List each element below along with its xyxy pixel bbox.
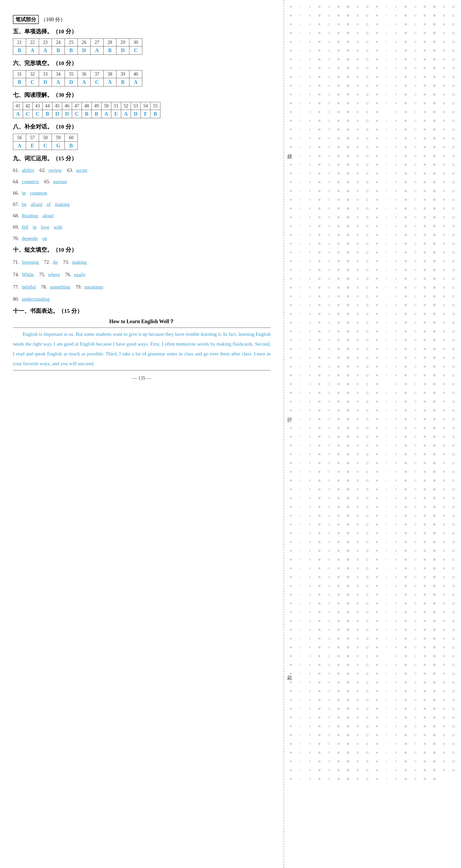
pattern-cell: ✼ bbox=[430, 740, 438, 748]
pattern-cell: ✺ bbox=[335, 494, 343, 502]
pattern-cell: ❋ bbox=[440, 687, 448, 695]
pattern-cell: ❊ bbox=[411, 512, 420, 520]
pattern-cell: ✺ bbox=[335, 257, 343, 265]
essay-line-bottom bbox=[13, 370, 271, 370]
pattern-cell: ✧ bbox=[382, 64, 391, 72]
pattern-cell: ✦ bbox=[287, 424, 295, 432]
pattern-cell: ❋ bbox=[353, 424, 362, 432]
pattern-cell: ❋ bbox=[353, 748, 362, 757]
table-ans-cell: B bbox=[104, 46, 116, 55]
pattern-cell: ❊ bbox=[325, 757, 333, 766]
pattern-cell: ❊ bbox=[325, 125, 333, 134]
pattern-cell: ✿ bbox=[363, 582, 371, 590]
pattern-cell: ❊ bbox=[325, 3, 333, 11]
pattern-cell: ✧ bbox=[296, 38, 305, 46]
pattern-cell: ✺ bbox=[335, 38, 343, 46]
pattern-cell: ✧ bbox=[296, 459, 305, 467]
pattern-cell: ✶ bbox=[392, 740, 400, 748]
pattern-cell: ✼ bbox=[430, 283, 438, 292]
pattern-cell: ✧ bbox=[296, 292, 305, 301]
pattern-cell: ❋ bbox=[353, 398, 362, 406]
pattern-cell: ✺ bbox=[335, 398, 343, 406]
pattern-cell: ✦ bbox=[373, 608, 381, 616]
pattern-cell: ✿ bbox=[363, 248, 371, 256]
main-content: 笔试部分 （100 分） 五、单项选择。（10 分） 2122232425262… bbox=[0, 0, 284, 868]
pattern-cell: ✦ bbox=[373, 687, 381, 695]
pattern-cell: ✵ bbox=[402, 108, 410, 116]
pattern-cell: ✶ bbox=[306, 634, 314, 643]
pattern-cell: ✶ bbox=[392, 476, 400, 485]
pattern-cell: ❋ bbox=[440, 696, 448, 704]
pattern-cell: ✿ bbox=[450, 99, 458, 107]
pattern-cell: ✺ bbox=[421, 380, 429, 388]
pattern-cell: ❊ bbox=[325, 178, 333, 186]
pattern-cell: ✼ bbox=[430, 380, 438, 388]
pattern-cell: ✿ bbox=[450, 617, 458, 625]
pattern-cell: ✼ bbox=[344, 82, 352, 90]
pattern-cell: ✦ bbox=[287, 55, 295, 63]
pattern-cell: ✧ bbox=[382, 406, 391, 414]
table-ans-cell: B bbox=[42, 110, 52, 118]
pattern-cell: ✧ bbox=[382, 398, 391, 406]
table-ans-cell: A bbox=[129, 78, 142, 87]
pattern-cell: ✺ bbox=[421, 661, 429, 669]
pattern-cell: ✦ bbox=[287, 187, 295, 195]
pattern-cell: ✵ bbox=[315, 389, 324, 397]
pattern-cell: ✦ bbox=[373, 248, 381, 256]
pattern-cell: ❋ bbox=[440, 678, 448, 687]
pattern-cell: ✧ bbox=[296, 266, 305, 274]
pattern-cell: ❊ bbox=[411, 257, 420, 265]
pattern-cell: ✺ bbox=[421, 441, 429, 450]
pattern-cell: ❋ bbox=[353, 643, 362, 651]
pattern-cell: ✼ bbox=[344, 538, 352, 546]
pattern-cell: ✧ bbox=[382, 476, 391, 485]
pattern-cell: ✵ bbox=[315, 292, 324, 301]
pattern-cell: ✦ bbox=[287, 362, 295, 371]
pattern-cell: ✼ bbox=[344, 108, 352, 116]
pattern-cell: ✼ bbox=[430, 310, 438, 318]
pattern-cell: ✼ bbox=[344, 362, 352, 371]
table-num-cell: 50 bbox=[102, 102, 111, 110]
pattern-cell: ❊ bbox=[411, 152, 420, 160]
pattern-cell: ✶ bbox=[306, 134, 314, 143]
pattern-cell: ✼ bbox=[430, 292, 438, 301]
pattern-cell: ❋ bbox=[353, 450, 362, 458]
pattern-cell: ✵ bbox=[402, 608, 410, 616]
pattern-cell: ✶ bbox=[392, 336, 400, 344]
pattern-cell: ✼ bbox=[430, 29, 438, 37]
pattern-cell: ✦ bbox=[287, 740, 295, 748]
pattern-cell: ✼ bbox=[344, 582, 352, 590]
pattern-cell: ❊ bbox=[325, 591, 333, 599]
pattern-cell: ✼ bbox=[430, 11, 438, 20]
pattern-cell: ✿ bbox=[363, 696, 371, 704]
pattern-cell: ✺ bbox=[421, 257, 429, 265]
pattern-cell: ✧ bbox=[382, 573, 391, 581]
pattern-cell: ✵ bbox=[315, 705, 324, 713]
pattern-cell: ❊ bbox=[411, 213, 420, 221]
pattern-cell: ✶ bbox=[392, 450, 400, 458]
pattern-cell: ✼ bbox=[430, 608, 438, 616]
pattern-cell: ✦ bbox=[287, 520, 295, 529]
pattern-cell: ✵ bbox=[315, 29, 324, 37]
pattern-cell: ✵ bbox=[315, 353, 324, 362]
pattern-cell: ❋ bbox=[440, 459, 448, 467]
pattern-cell: ❊ bbox=[411, 634, 420, 643]
pattern-cell: ✶ bbox=[392, 573, 400, 581]
pattern-cell: ✧ bbox=[296, 687, 305, 695]
pattern-cell: ✦ bbox=[373, 512, 381, 520]
pattern-cell: ❋ bbox=[353, 283, 362, 292]
pattern-cell: ✼ bbox=[344, 757, 352, 766]
pattern-cell: ✼ bbox=[344, 740, 352, 748]
pattern-cell: ✦ bbox=[287, 196, 295, 204]
pattern-cell: ❊ bbox=[411, 327, 420, 336]
table-num-cell: 30 bbox=[129, 39, 142, 46]
pattern-cell: ❋ bbox=[353, 275, 362, 283]
pattern-cell: ✧ bbox=[296, 538, 305, 546]
pattern-cell: ✦ bbox=[373, 450, 381, 458]
pattern-cell: ✶ bbox=[392, 520, 400, 529]
pattern-cell: ✧ bbox=[382, 450, 391, 458]
pattern-cell: ✦ bbox=[373, 11, 381, 20]
pattern-cell: ✧ bbox=[382, 266, 391, 274]
pattern-cell: ✧ bbox=[296, 705, 305, 713]
pattern-cell: ✵ bbox=[315, 46, 324, 55]
